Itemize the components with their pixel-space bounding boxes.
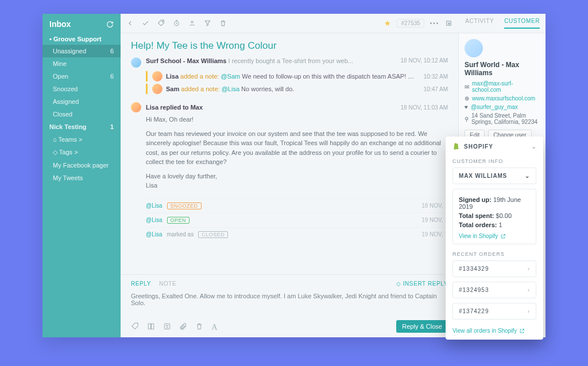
expand-icon[interactable]	[445, 20, 452, 27]
tab-customer[interactable]: CUSTOMER	[504, 18, 540, 29]
view-in-shopify[interactable]: View in Shopify	[459, 233, 506, 239]
svg-rect-4	[148, 324, 150, 329]
toolbar: ★ #27535 ••• ACTIVITY CUSTOMER	[121, 14, 546, 33]
external-link-icon	[519, 328, 525, 334]
sidebar-item-tags[interactable]: ◇ Tags >	[42, 146, 121, 159]
twitter-icon: ♥	[465, 104, 468, 110]
ticket-subject: Help! My Tee is the Wrong Colour	[131, 40, 448, 52]
section-customer-info: CUSTOMER INFO	[446, 156, 543, 168]
sidebar-item-assigned[interactable]: Assigned	[42, 95, 121, 108]
sidebar-item-tweets[interactable]: My Tweets	[42, 172, 121, 184]
globe-icon: ⊕	[465, 95, 469, 102]
status-row: @Lisa marked as CLOSED 19 NOV, 1	[146, 227, 448, 242]
compose-area: REPLY NOTE ◇ INSERT REPLY Greetings, Exa…	[121, 274, 458, 337]
compose-tab-note[interactable]: NOTE	[159, 281, 176, 287]
internal-note[interactable]: Lisa added a note: @Sam We need to follo…	[146, 71, 448, 81]
tag-icon[interactable]	[131, 322, 139, 330]
svg-point-2	[191, 21, 193, 23]
sidebar-item-open[interactable]: Open6	[42, 70, 121, 83]
order-row[interactable]: #1374229›	[452, 303, 536, 320]
tag-icon[interactable]	[157, 20, 165, 27]
view-all-orders[interactable]: View all orders in Shopify	[452, 328, 525, 334]
trash-icon[interactable]	[219, 20, 227, 27]
svg-point-8	[168, 325, 168, 326]
sidebar-title: Inbox	[49, 20, 71, 29]
emoji-icon[interactable]	[163, 322, 171, 330]
shopify-title: SHOPIFY	[464, 143, 493, 150]
status-badge: OPEN	[167, 217, 190, 224]
sidebar-item-closed[interactable]: Closed	[42, 108, 121, 120]
status-badge: SNOOZED	[167, 203, 202, 209]
avatar	[152, 84, 163, 94]
message-row[interactable]: Surf School - Max Williams I recently bo…	[131, 57, 448, 68]
assign-icon[interactable]	[188, 20, 196, 27]
filter-icon[interactable]	[204, 20, 211, 27]
svg-point-7	[166, 325, 167, 326]
svg-rect-5	[152, 324, 154, 329]
message-preview: Surf School - Max Williams I recently bo…	[146, 57, 390, 68]
more-icon[interactable]: •••	[430, 20, 440, 26]
svg-rect-6	[164, 324, 169, 329]
mail-icon: ✉	[465, 84, 469, 90]
customer-name: Surf World - Max Williams	[465, 61, 540, 77]
refresh-icon[interactable]	[106, 21, 114, 28]
star-icon[interactable]: ★	[384, 19, 391, 28]
section-recent-orders: RECENT ORDERS	[446, 249, 543, 260]
chevron-right-icon: ›	[528, 287, 530, 293]
customer-avatar	[465, 39, 483, 57]
sidebar-item-mine[interactable]: Mine	[42, 57, 121, 70]
chevron-right-icon: ›	[528, 308, 530, 314]
send-button[interactable]: Reply & Close	[396, 320, 448, 333]
message-time: 18 NOV, 10:12 AM	[401, 57, 448, 68]
sidebar-group[interactable]: • Groove Support	[42, 33, 121, 45]
ticket-number[interactable]: #27535	[397, 19, 424, 28]
status-row: @Lisa SNOOZED 18 NOV, 1	[146, 198, 448, 213]
order-row[interactable]: #1334329›	[452, 260, 536, 277]
sidebar-item-snoozed[interactable]: Snoozed	[42, 83, 121, 95]
customer-address: 14 Sand Street, Palm Springs, California…	[471, 112, 540, 125]
tab-activity[interactable]: ACTIVITY	[465, 18, 494, 29]
attach-icon[interactable]	[179, 322, 187, 330]
compose-textarea[interactable]: Greetings, Exalted One. Allow me to intr…	[131, 287, 448, 317]
compose-tab-reply[interactable]: REPLY	[131, 281, 151, 287]
shopify-customer-select[interactable]: MAX WILLIAMS⌄	[452, 168, 536, 184]
chevron-right-icon: ›	[528, 266, 530, 272]
canned-reply-icon[interactable]	[147, 322, 155, 330]
clock-icon[interactable]	[173, 20, 180, 27]
sidebar-item-unassigned[interactable]: Unassigned6	[42, 45, 121, 57]
sidebar: Inbox • Groove Support Unassigned6 Mine …	[42, 14, 121, 337]
shopify-customer-details: Signed up: 19th June 2019 Total spent: $…	[452, 189, 536, 244]
avatar	[131, 57, 141, 68]
internal-note[interactable]: Sam added a note: @Lisa No worries, will…	[146, 84, 448, 94]
status-badge: CLOSED	[198, 231, 228, 238]
chevron-down-icon: ⌄	[525, 173, 530, 179]
collapse-icon[interactable]: ⌄	[531, 143, 536, 150]
sidebar-item-facebook[interactable]: My Facebook pager	[42, 159, 121, 172]
customer-website[interactable]: www.maxsurfschool.com	[472, 95, 535, 102]
check-icon[interactable]	[142, 20, 149, 27]
customer-twitter[interactable]: @surfer_guy_max	[471, 104, 518, 110]
shopify-panel: SHOPIFY ⌄ CUSTOMER INFO MAX WILLIAMS⌄ Si…	[446, 137, 543, 340]
format-icon[interactable]: A	[211, 322, 219, 330]
status-row: @Lisa OPEN 19 NOV, 1	[146, 213, 448, 227]
customer-email[interactable]: max@max-surf-school.com	[472, 80, 540, 93]
conversation-pane: Help! My Tee is the Wrong Colour Surf Sc…	[121, 33, 458, 337]
back-icon[interactable]	[126, 20, 134, 27]
pin-icon: ⚲	[465, 116, 469, 122]
sidebar-item-nick-testing[interactable]: Nick Testing1	[42, 120, 121, 133]
order-row[interactable]: #1324953›	[452, 282, 536, 298]
delete-draft-icon[interactable]	[195, 322, 203, 330]
reply-body: Hi Max, Oh dear! Our team has reviewed y…	[146, 115, 448, 190]
svg-point-0	[162, 21, 163, 22]
avatar	[152, 71, 163, 81]
external-link-icon	[500, 233, 506, 239]
sidebar-item-teams[interactable]: ⌂ Teams >	[42, 133, 121, 146]
status-log: @Lisa SNOOZED 18 NOV, 1 @Lisa OPEN 19 NO…	[131, 198, 448, 242]
avatar	[131, 102, 141, 112]
shopify-logo-icon	[452, 142, 461, 150]
insert-reply[interactable]: ◇ INSERT REPLY	[396, 281, 448, 287]
reply-header-row[interactable]: Lisa replied to Max 18 NOV, 11:03 AM	[131, 102, 448, 112]
